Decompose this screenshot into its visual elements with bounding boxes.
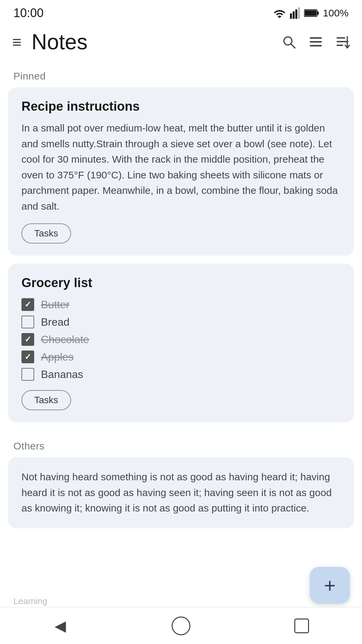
bottom-navigation: ◀ — [0, 607, 362, 644]
grocery-label-bread: Bread — [41, 316, 69, 328]
svg-rect-14 — [337, 45, 343, 46]
grocery-label-apples: Apples — [41, 351, 74, 363]
wifi-icon — [273, 8, 286, 18]
bottom-label: Learning — [13, 596, 47, 606]
status-time: 10:00 — [13, 6, 44, 20]
grocery-label-bananas: Bananas — [41, 368, 83, 381]
grocery-item-chocolate[interactable]: Chocolate — [21, 333, 341, 346]
battery-percentage: 100% — [323, 7, 349, 19]
app-bar: ≡ Notes — [0, 23, 362, 60]
grocery-items-list: Butter Bread Chocolate Apples Bananas — [21, 298, 341, 381]
app-bar-actions — [282, 35, 350, 49]
grocery-note-title: Grocery list — [21, 276, 341, 290]
grocery-item-bread[interactable]: Bread — [21, 316, 341, 328]
grocery-note-card[interactable]: Grocery list Butter Bread Chocolate Appl… — [8, 264, 354, 422]
svg-rect-3 — [298, 7, 300, 19]
grocery-label-butter: Butter — [41, 299, 69, 311]
grocery-label-chocolate: Chocolate — [41, 333, 89, 346]
fab-add-button[interactable]: + — [310, 567, 350, 604]
status-bar: 10:00 100% — [0, 0, 362, 23]
home-circle-icon — [172, 616, 190, 635]
checkbox-apples[interactable] — [21, 351, 34, 363]
others-note-card[interactable]: Not having heard something is not as goo… — [8, 457, 354, 528]
recents-square-icon — [294, 619, 309, 633]
svg-rect-2 — [295, 9, 297, 19]
menu-icon[interactable]: ≡ — [12, 33, 21, 51]
svg-rect-11 — [310, 45, 322, 47]
home-button[interactable] — [168, 612, 194, 639]
recents-button[interactable] — [288, 612, 315, 639]
app-title: Notes — [32, 30, 282, 54]
others-section-header: Others — [0, 430, 362, 457]
pinned-section-header: Pinned — [0, 60, 362, 87]
svg-line-8 — [291, 44, 295, 48]
svg-rect-5 — [305, 10, 316, 16]
search-icon[interactable] — [282, 35, 296, 49]
others-note-body: Not having heard something is not as goo… — [21, 469, 341, 516]
grocery-tasks-button[interactable]: Tasks — [21, 390, 71, 410]
status-icons: 100% — [273, 7, 349, 19]
recipe-note-card[interactable]: Recipe instructions In a small pot over … — [8, 87, 354, 256]
svg-rect-6 — [317, 11, 319, 15]
svg-rect-0 — [290, 13, 292, 19]
recipe-note-title: Recipe instructions — [21, 99, 341, 114]
svg-rect-9 — [310, 37, 322, 39]
recipe-tasks-button[interactable]: Tasks — [21, 223, 71, 244]
list-view-icon[interactable] — [308, 35, 323, 49]
checkbox-bananas[interactable] — [21, 368, 34, 381]
checkbox-chocolate[interactable] — [21, 333, 34, 346]
svg-rect-10 — [310, 41, 322, 43]
grocery-item-apples[interactable]: Apples — [21, 351, 341, 363]
signal-icon — [290, 7, 300, 19]
sort-icon[interactable] — [335, 35, 350, 49]
grocery-item-bananas[interactable]: Bananas — [21, 368, 341, 381]
recipe-note-body: In a small pot over medium-low heat, mel… — [21, 120, 341, 214]
grocery-item-butter[interactable]: Butter — [21, 298, 341, 311]
svg-rect-1 — [293, 11, 295, 19]
svg-rect-12 — [337, 37, 345, 39]
checkbox-bread[interactable] — [21, 316, 34, 328]
back-button[interactable]: ◀ — [47, 612, 74, 639]
checkbox-butter[interactable] — [21, 298, 34, 311]
battery-icon — [304, 8, 319, 18]
